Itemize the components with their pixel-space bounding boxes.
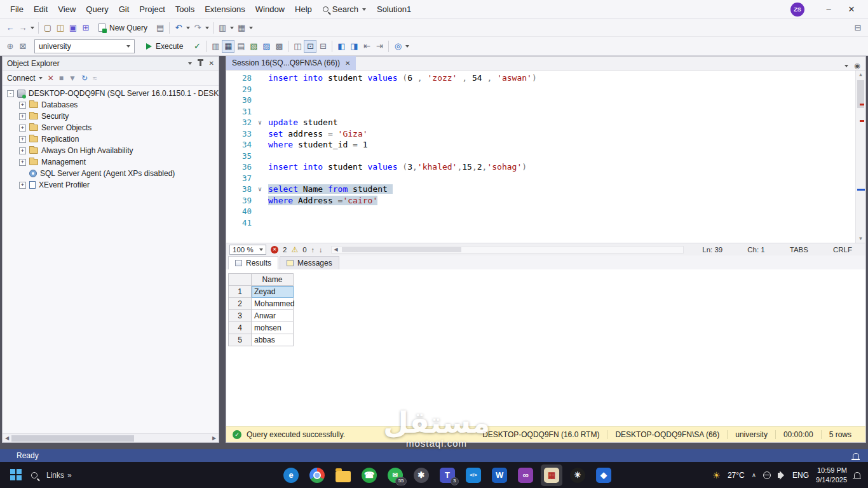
- row-number-cell[interactable]: 2: [229, 298, 252, 310]
- filter-icon[interactable]: ▼: [69, 74, 76, 83]
- client-stats-icon[interactable]: ▩: [273, 40, 285, 53]
- code-line[interactable]: 37: [226, 173, 855, 184]
- menu-edit[interactable]: Edit: [29, 2, 53, 17]
- stop-icon[interactable]: ■: [59, 74, 64, 83]
- result-row[interactable]: 5abbas: [229, 334, 294, 346]
- taskbar-app-edge[interactable]: e: [280, 464, 302, 486]
- taskbar-app-teams[interactable]: T3: [437, 464, 458, 486]
- activity-monitor-icon[interactable]: ≈: [93, 74, 97, 83]
- row-number-cell[interactable]: 5: [229, 334, 252, 346]
- links-toolbar[interactable]: Links »: [46, 471, 72, 480]
- taskbar-app-whatsapp[interactable]: ☎: [358, 464, 380, 486]
- row-number-cell[interactable]: 1: [229, 286, 252, 298]
- specify-template-params-icon[interactable]: ▥: [209, 40, 222, 53]
- taskbar-app-ssms[interactable]: ▦: [541, 464, 562, 486]
- minimize-button[interactable]: –: [817, 1, 840, 18]
- taskbar-app-settings[interactable]: ✱: [410, 464, 432, 486]
- results-grid-toggle-icon[interactable]: ⊡: [304, 40, 316, 53]
- taskbar-app-vscode[interactable]: </>: [463, 464, 484, 486]
- script-icon[interactable]: ▥: [216, 22, 229, 34]
- zoom-combobox[interactable]: 100 %: [229, 245, 266, 255]
- tab-close-icon[interactable]: ✕: [345, 60, 350, 67]
- result-row[interactable]: 1Zeyad: [229, 286, 294, 298]
- editor-vertical-scrollbar[interactable]: ▲ ▼: [855, 71, 865, 243]
- code-line[interactable]: 30: [226, 95, 855, 106]
- table-designer-icon[interactable]: ▦: [235, 22, 248, 34]
- taskbar-app-chatgpt[interactable]: ✳: [567, 464, 588, 486]
- result-row[interactable]: 3Anwar: [229, 310, 294, 322]
- taskbar-app-word[interactable]: W: [489, 464, 510, 486]
- parse-icon[interactable]: ✓: [191, 40, 203, 53]
- grid-corner-cell[interactable]: [229, 274, 252, 286]
- oe-item-databases[interactable]: +Databases: [3, 99, 219, 111]
- temperature-label[interactable]: 27°C: [728, 471, 745, 480]
- redo-icon[interactable]: ↷: [191, 22, 204, 34]
- tabs-indicator[interactable]: TABS: [780, 246, 818, 254]
- oe-item-replication[interactable]: +Replication: [3, 133, 219, 145]
- code-area[interactable]: 28insert into student values (6 , 'zozz'…: [226, 71, 855, 243]
- menu-view[interactable]: View: [53, 2, 81, 17]
- refresh-icon[interactable]: ↻: [81, 74, 88, 83]
- navigate-forward-icon[interactable]: →: [17, 22, 29, 34]
- undo-dropdown[interactable]: [186, 27, 190, 29]
- result-row[interactable]: 2Mohammed: [229, 298, 294, 310]
- change-connection-icon[interactable]: ⊠: [17, 40, 29, 53]
- volume-icon[interactable]: [778, 473, 782, 478]
- menu-git[interactable]: Git: [114, 2, 135, 17]
- results-to-grid-icon[interactable]: ▦: [222, 40, 234, 53]
- comment-icon[interactable]: ◧: [335, 40, 348, 53]
- code-line[interactable]: 40: [226, 206, 855, 217]
- code-line[interactable]: 33set address = 'Giza': [226, 128, 855, 140]
- oe-item-management[interactable]: +Management: [3, 156, 219, 168]
- expand-icon[interactable]: +: [19, 125, 26, 132]
- live-stats-icon[interactable]: ▨: [260, 40, 273, 53]
- expand-icon[interactable]: +: [19, 182, 26, 189]
- taskbar-app-wechat[interactable]: ✉55: [384, 464, 406, 486]
- close-button[interactable]: ✕: [840, 1, 863, 18]
- code-line[interactable]: 41: [226, 217, 855, 229]
- code-line[interactable]: 29: [226, 84, 855, 95]
- pin-icon[interactable]: [200, 60, 201, 66]
- save-all-icon[interactable]: ⊞: [79, 22, 92, 34]
- notification-bell-icon[interactable]: [853, 453, 859, 459]
- code-line[interactable]: 38∨select Name from student: [226, 184, 855, 195]
- tab-options-icon[interactable]: ◉: [854, 62, 860, 70]
- result-row[interactable]: 4mohsen: [229, 322, 294, 334]
- scroll-down-icon[interactable]: ▼: [856, 236, 865, 241]
- new-item-icon[interactable]: ▤: [154, 22, 166, 34]
- menu-project[interactable]: Project: [134, 2, 170, 17]
- scrollbar-thumb[interactable]: [11, 435, 134, 442]
- code-line[interactable]: 34where student_id = 1: [226, 139, 855, 151]
- scroll-up-icon[interactable]: ▲: [856, 72, 865, 78]
- result-cell[interactable]: Mohammed: [252, 298, 294, 310]
- database-combobox[interactable]: university: [34, 39, 135, 53]
- query-options-icon[interactable]: ⊟: [316, 40, 329, 53]
- collapse-icon[interactable]: -: [7, 90, 14, 97]
- code-line[interactable]: 28insert into student values (6 , 'zozz'…: [226, 72, 855, 84]
- designer-dropdown[interactable]: [249, 27, 253, 29]
- connect-button[interactable]: Connect: [7, 74, 43, 83]
- code-line[interactable]: 39where Address ='cairo': [226, 195, 855, 207]
- code-line[interactable]: 31: [226, 106, 855, 118]
- language-indicator[interactable]: ENG: [792, 471, 809, 480]
- weather-icon[interactable]: ☀: [712, 470, 721, 480]
- connect-object-explorer-icon[interactable]: ⊕: [4, 40, 17, 53]
- warning-icon[interactable]: ⚠: [291, 246, 298, 254]
- menu-extensions[interactable]: Extensions: [200, 2, 250, 17]
- row-number-cell[interactable]: 4: [229, 322, 252, 334]
- expand-icon[interactable]: +: [19, 147, 26, 154]
- expand-icon[interactable]: +: [19, 113, 26, 120]
- document-tab[interactable]: Session 16(SQ...Q9FN\SA (66)) ✕: [226, 56, 356, 70]
- sql-editor[interactable]: 28insert into student values (6 , 'zozz'…: [226, 70, 866, 243]
- taskbar-app-file-explorer[interactable]: [332, 464, 354, 486]
- menu-file[interactable]: File: [5, 2, 29, 17]
- close-panel-icon[interactable]: ✕: [209, 60, 214, 67]
- fold-marker-icon[interactable]: ∨: [258, 119, 268, 126]
- clock[interactable]: 10:59 PM 9/14/2025: [816, 466, 847, 484]
- code-line[interactable]: 35: [226, 151, 855, 162]
- next-issue-icon[interactable]: ↓: [319, 246, 323, 254]
- tab-messages[interactable]: Messages: [280, 256, 339, 269]
- notification-center-icon[interactable]: [854, 472, 860, 478]
- start-button[interactable]: [10, 469, 22, 481]
- menu-tools[interactable]: Tools: [170, 2, 200, 17]
